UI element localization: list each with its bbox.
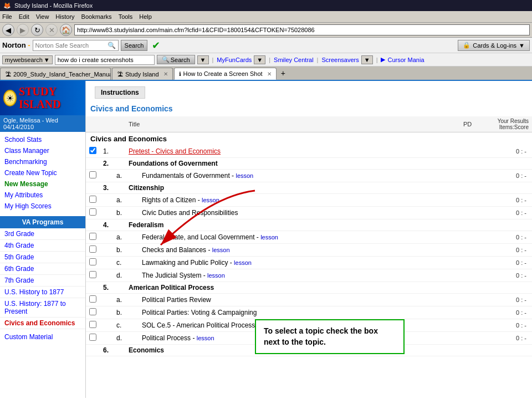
menu-tools[interactable]: Tools [119,13,133,20]
topic-checkbox[interactable] [89,308,96,315]
grade-6[interactable]: 6th Grade [0,263,85,275]
topic-checkbox[interactable] [89,147,96,154]
grade-civics-economics[interactable]: Civics and Economics [0,318,85,329]
logo-area: ☀ STUDY ISLAND [0,81,85,115]
browser-icon: 🦊 [3,2,11,9]
sidebar-item-create-new-topic[interactable]: Create New Topic [0,167,85,178]
forward-button[interactable]: ▶ [17,24,29,36]
table-row: c. Lawmaking and Public Policy - lesson … [86,257,532,269]
myweb-brand-label: mywebsearch [5,57,43,63]
sidebar-custom-material[interactable]: Custom Material [0,331,85,342]
myweb-search-input[interactable] [55,55,155,65]
logo-text: STUDY ISLAND [19,85,82,111]
sidebar-item-school-stats[interactable]: School Stats [0,134,85,145]
lesson-link[interactable]: lesson [207,272,225,279]
screensavers-link[interactable]: Screensavers [321,57,359,63]
menu-edit[interactable]: Edit [19,13,29,20]
norton-search-input[interactable] [35,42,108,49]
refresh-button[interactable]: ↻ [31,24,43,36]
topic-checkbox[interactable] [89,258,96,265]
tab-study-island-manual[interactable]: 🏝 2009_Study_Island_Teacher_Manual... ✕ [0,68,111,80]
myweb-sep2: | [269,57,270,63]
sidebar-item-my-attributes[interactable]: My Attributes [0,190,85,201]
lesson-link[interactable]: lesson [202,197,219,203]
col-check [86,116,100,132]
main-container: ☀ STUDY ISLAND Ogle, Melissa - Wed 04/14… [0,81,532,398]
stop-button[interactable]: ✕ [45,24,58,36]
topic-checkbox[interactable] [89,196,96,203]
topic-checkbox[interactable] [89,334,96,341]
lesson-link[interactable]: lesson [212,247,230,253]
tab-screenshot-howto[interactable]: ℹ How to Create a Screen Shot ✕ [174,68,277,80]
menu-view[interactable]: View [36,13,49,20]
col-pd: PD [460,116,477,132]
topic-checkbox[interactable] [89,245,96,253]
lock-icon: 🔒 [463,42,470,49]
table-row: 1. Pretest - Civics and Economics 0 : - [86,145,532,158]
logo-sun-icon: ☀ [3,90,17,106]
myweb-brand-btn[interactable]: mywebsearch ▼ [2,55,53,64]
tabs-bar: 🏝 2009_Study_Island_Teacher_Manual... ✕ … [0,66,532,81]
grade-4[interactable]: 4th Grade [0,240,85,252]
lesson-link[interactable]: lesson [197,335,214,341]
table-row: d. The Judicial System - lesson 0 : - [86,269,532,282]
table-row: b. Political Parties: Voting & Campaigni… [86,306,532,319]
topic-checkbox[interactable] [89,208,96,216]
tab-close-2[interactable]: ✕ [163,71,168,77]
myweb-search-btn[interactable]: 🔍 Search [157,55,195,64]
sidebar-item-benchmarking[interactable]: Benchmarking [0,156,85,167]
tab-close-3[interactable]: ✕ [267,71,272,77]
menu-file[interactable]: File [2,13,12,20]
myweb-arrow2[interactable]: ▼ [254,55,265,64]
title-bar: 🦊 Study Island - Mozilla Firefox [0,0,532,11]
norton-search-button[interactable]: Search [121,40,148,51]
topic-checkbox[interactable] [89,271,96,278]
cursor-mania-link[interactable]: Cursor Mania [387,57,424,63]
col-num [100,116,125,132]
back-button[interactable]: ◀ [2,24,14,36]
col-your-results: Your Results Items:Score [477,116,532,132]
grade-7[interactable]: 7th Grade [0,275,85,287]
sidebar: ☀ STUDY ISLAND Ogle, Melissa - Wed 04/14… [0,81,86,398]
home-button[interactable]: 🏠 [60,24,72,36]
url-bar[interactable] [74,24,530,35]
tab-icon-1: 🏝 [5,71,11,78]
new-tab-button[interactable]: + [278,68,289,80]
title-bar-text: Study Island - Mozilla Firefox [14,2,93,9]
norton-cards-btn[interactable]: 🔒 Cards & Log-ins ▼ [458,40,530,51]
topic-checkbox[interactable] [89,295,96,303]
myweb-arrow-btn[interactable]: ▼ [197,55,209,64]
menu-history[interactable]: History [55,13,74,20]
search-magnifier-icon: 🔍 [162,56,170,63]
grade-5[interactable]: 5th Grade [0,252,85,263]
tab-study-island[interactable]: 🏝 Study Island ✕ [112,68,173,80]
table-row: 5. American Political Process [86,282,532,294]
topic-link[interactable]: Pretest - Civics and Economics [129,147,221,155]
topic-checkbox[interactable] [89,171,96,178]
menu-bookmarks[interactable]: Bookmarks [81,13,112,20]
lesson-link[interactable]: lesson [260,234,278,241]
tab-label-3: How to Create a Screen Shot [183,70,263,77]
topic-checkbox[interactable] [89,233,96,240]
sidebar-item-new-message[interactable]: New Message [0,178,85,190]
table-row: Civics and Economics [86,132,532,146]
myfuncards-link[interactable]: MyFunCards [217,57,252,63]
sidebar-item-my-high-scores[interactable]: My High Scores [0,201,85,212]
table-row: a. Political Parties Review 0 : - [86,294,532,306]
grade-us-history-1877-present[interactable]: U.S. History: 1877 to Present [0,298,85,318]
dropdown-icon: ▼ [519,42,525,49]
table-row: b. Checks and Balances - lesson 0 : - [86,244,532,257]
grade-3[interactable]: 3rd Grade [0,228,85,240]
lesson-link[interactable]: lesson [236,172,253,179]
cursors-link[interactable]: ▶ [381,56,385,63]
instructions-badge[interactable]: Instructions [95,86,145,99]
menu-help[interactable]: Help [139,13,152,20]
grade-us-history-1877[interactable]: U.S. History to 1877 [0,287,85,298]
topic-checkbox[interactable] [89,321,96,328]
myweb-arrow3[interactable]: ▼ [361,55,373,64]
sidebar-item-class-manager[interactable]: Class Manager [0,145,85,156]
lesson-link[interactable]: lesson [234,259,252,266]
norton-bar: Norton - 🔍 Search ✔ 🔒 Cards & Log-ins ▼ [0,38,532,53]
myweb-bar: mywebsearch ▼ 🔍 Search ▼ | MyFunCards ▼ … [0,53,532,66]
smileycentral-link[interactable]: Smiley Central [274,57,314,63]
